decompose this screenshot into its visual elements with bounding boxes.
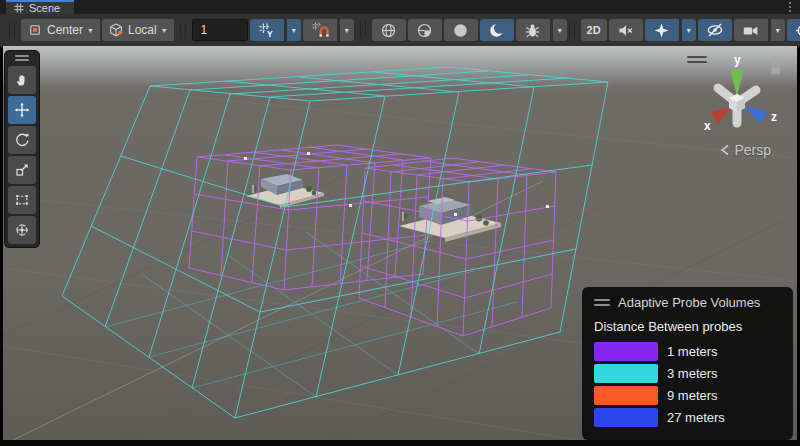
scene-viewport[interactable]: y x z Persp Adaptive Probe Volumes Dista… xyxy=(3,46,797,440)
audio-toggle[interactable] xyxy=(609,19,643,41)
tools-drag-handle[interactable] xyxy=(15,55,29,61)
skybox-circle-icon xyxy=(452,22,469,39)
lock-icon xyxy=(769,61,782,75)
camera-icon xyxy=(742,22,759,39)
swatch-27m xyxy=(594,408,658,427)
legend-subtitle: Distance Between probes xyxy=(594,319,781,334)
tab-scene[interactable]: Scene xyxy=(6,0,74,14)
scene-toolbar: Center ▼ Local ▼ Y ▼ xyxy=(0,14,800,47)
orientation-label: Local xyxy=(128,23,157,37)
svg-text:Y: Y xyxy=(267,29,273,39)
scene-camera-dropdown[interactable]: ▼ xyxy=(771,19,785,41)
legend-title: Adaptive Probe Volumes xyxy=(618,295,760,310)
grid-snap-icon: Y xyxy=(258,22,275,39)
chevron-left-icon xyxy=(720,144,730,156)
increment-snap-toggle[interactable] xyxy=(303,19,337,41)
scene-camera-button[interactable] xyxy=(734,19,768,41)
pivot-mode-dropdown[interactable]: Center ▼ xyxy=(21,19,100,41)
projection-switch[interactable]: Persp xyxy=(720,142,771,158)
scene-lighting-toggle[interactable] xyxy=(408,19,442,41)
scale-icon xyxy=(14,162,30,178)
legend-row: 9 meters xyxy=(594,386,781,405)
tool-scale[interactable] xyxy=(8,156,36,184)
pivot-mode-label: Center xyxy=(47,23,83,37)
legend-row: 27 meters xyxy=(594,408,781,427)
gizmos-navigation-icon xyxy=(795,22,800,39)
pivot-icon xyxy=(27,22,43,38)
z-axis-cone[interactable] xyxy=(743,106,767,123)
shaded-sphere-icon xyxy=(380,22,397,39)
probe-volume-1m-left xyxy=(189,145,431,290)
scene-grid-icon xyxy=(14,3,24,13)
legend-row: 3 meters xyxy=(594,364,781,383)
swatch-3m xyxy=(594,364,658,383)
rect-tool-icon xyxy=(14,192,30,208)
tab-title: Scene xyxy=(29,2,60,14)
legend-drag-handle[interactable] xyxy=(594,299,610,306)
y-axis-cone[interactable] xyxy=(731,70,744,97)
tool-rect[interactable] xyxy=(8,186,36,214)
audio-muted-icon xyxy=(617,22,634,39)
draw-mode-button[interactable] xyxy=(372,19,406,41)
orientation-cube-icon xyxy=(108,22,124,38)
debug-filters-button[interactable] xyxy=(516,19,550,41)
toolbar-group-grip[interactable] xyxy=(360,22,366,38)
lit-sphere-icon xyxy=(416,22,433,39)
magnet-snap-icon xyxy=(311,21,329,39)
z-axis-label: z xyxy=(771,110,777,124)
tool-hand[interactable] xyxy=(8,66,36,94)
chevron-down-icon: ▼ xyxy=(161,27,168,34)
gizmos-toggle[interactable] xyxy=(787,19,800,41)
moon-lighting-icon xyxy=(488,22,505,39)
tab-menu-kebab-icon[interactable] xyxy=(789,2,791,12)
tool-move[interactable] xyxy=(8,96,36,124)
2d-view-toggle[interactable]: 2D xyxy=(581,19,607,41)
toolbar-group-grip[interactable] xyxy=(180,22,186,38)
probe-volume-1m-right xyxy=(359,158,556,336)
scene-effects-toggle[interactable] xyxy=(645,19,679,41)
scene-visibility-toggle[interactable] xyxy=(698,19,732,41)
snap-increment-input[interactable] xyxy=(192,19,248,41)
debug-filters-dropdown[interactable]: ▼ xyxy=(553,19,567,41)
grid-snapping-dropdown[interactable]: ▼ xyxy=(287,19,301,41)
rotate-icon xyxy=(14,132,30,148)
toolbar-drag-grip[interactable] xyxy=(9,22,15,38)
bug-icon xyxy=(524,22,541,39)
increment-snap-dropdown[interactable]: ▼ xyxy=(340,19,354,41)
tools-overlay xyxy=(4,50,40,248)
tab-bar: Scene xyxy=(0,0,800,14)
scene-effects-icon xyxy=(653,22,670,39)
scene-view-lighting-toggle[interactable] xyxy=(480,19,514,41)
apv-legend-panel: Adaptive Probe Volumes Distance Between … xyxy=(582,287,793,440)
transform-icon xyxy=(14,222,30,238)
2d-label: 2D xyxy=(587,24,601,36)
eye-slash-icon xyxy=(706,21,724,39)
swatch-1m xyxy=(594,342,658,361)
grid-snapping-toggle[interactable]: Y xyxy=(250,19,284,41)
scene-effects-dropdown[interactable]: ▼ xyxy=(682,19,696,41)
x-axis-cone[interactable] xyxy=(711,107,731,124)
chevron-down-icon: ▼ xyxy=(87,27,94,34)
legend-row: 1 meters xyxy=(594,342,781,361)
tool-transform[interactable] xyxy=(8,216,36,244)
move-icon xyxy=(14,102,30,118)
projection-label: Persp xyxy=(734,142,771,158)
tool-rotate[interactable] xyxy=(8,126,36,154)
swatch-9m xyxy=(594,386,658,405)
skybox-toggle[interactable] xyxy=(444,19,478,41)
x-axis-label: x xyxy=(704,119,711,133)
probe-volume-3m-wireframe xyxy=(62,67,608,418)
gizmo-lock[interactable] xyxy=(769,61,782,75)
toolbar-group-grip[interactable] xyxy=(569,22,575,38)
handle-orientation-dropdown[interactable]: Local ▼ xyxy=(102,19,174,41)
y-axis-label: y xyxy=(734,53,741,67)
hand-icon xyxy=(14,72,30,88)
